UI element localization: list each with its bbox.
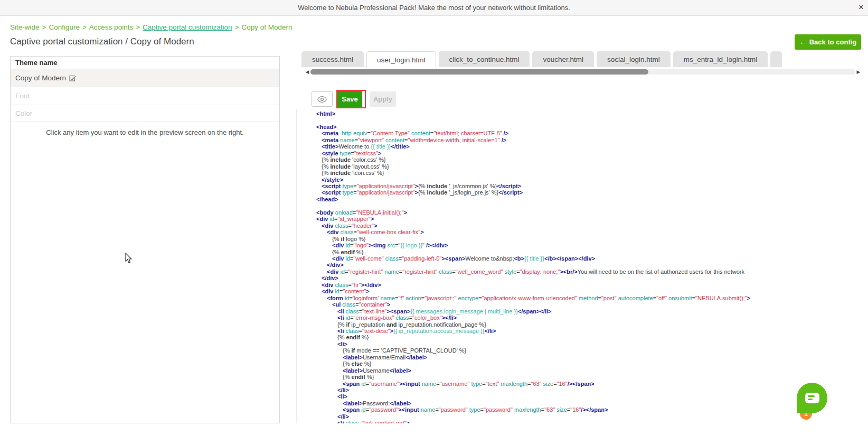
code-line: <div id="id_wrapper">	[316, 216, 864, 222]
code-line: {% endif %}	[316, 249, 864, 255]
code-line: {% include 'layout.css' %}	[316, 163, 864, 170]
code-line: <script type="application/javascript">{%…	[316, 183, 864, 189]
breadcrumb-separator: >	[232, 23, 242, 31]
editor-tabs: success.htmluser_login.htmlclick_to_cont…	[301, 51, 864, 68]
scroll-left-icon[interactable]: ◀	[304, 69, 310, 75]
breadcrumb-item-configure[interactable]: Configure	[49, 23, 80, 31]
theme-hint-text: Click any item you want to edit in the p…	[11, 122, 279, 136]
tab-success-html[interactable]: success.html	[301, 51, 364, 67]
breadcrumb-item-copy-of-modern: Copy of Modern	[242, 23, 293, 31]
theme-row-copy-of-modern[interactable]: Copy of Modern	[11, 69, 279, 87]
code-line: <form id='loginform' name="f" action="ja…	[316, 295, 864, 301]
page-title: Captive portal customization / Copy of M…	[10, 36, 194, 47]
code-line: <div id="logo"><img src="{{ logo }}" /><…	[316, 242, 864, 248]
code-line: </style>	[316, 177, 864, 183]
code-line: <div id="register-hint" name="register-h…	[316, 269, 864, 275]
chat-bubble-icon	[805, 393, 819, 403]
code-line: <li>	[316, 393, 864, 400]
code-line: <span id="username"><input name="usernam…	[316, 381, 864, 387]
code-line: <li class="text-desc">{{ ip_reputation.a…	[316, 328, 864, 334]
theme-table-header: Theme name	[11, 57, 279, 69]
banner-close-icon[interactable]: ×	[858, 2, 864, 13]
code-line: {% endif %}	[316, 334, 864, 340]
code-line: </li>	[316, 387, 864, 393]
code-line: <li id="error-msg-box" class="color_box"…	[316, 314, 864, 321]
save-button[interactable]: Save	[337, 91, 362, 107]
promo-banner: Welcome to Nebula Professional Pack! Mak…	[0, 0, 868, 16]
code-line: <script type="application/javascript">{%…	[316, 189, 864, 196]
back-arrow-icon: ←	[799, 38, 806, 46]
code-line: </div>	[316, 262, 864, 268]
code-line: </li>	[316, 413, 864, 420]
code-line	[316, 202, 864, 209]
breadcrumb: Site-wide>Configure>Access points>Captiv…	[10, 23, 293, 31]
code-line: <meta name="viewport" content="width=dev…	[316, 137, 864, 143]
code-line: <body onload="NEBULA.initial();">	[316, 209, 864, 216]
code-line: <div id="content">	[316, 288, 864, 294]
preview-button[interactable]	[312, 91, 333, 107]
code-line: <div class="well-come-box clear-fix">	[316, 229, 864, 235]
promo-banner-text: Welcome to Nebula Professional Pack! Mak…	[298, 4, 570, 12]
code-line: <span id="password"><input name="passwor…	[316, 406, 864, 413]
breadcrumb-separator: >	[133, 23, 143, 31]
breadcrumb-separator: >	[40, 23, 49, 31]
tab-voucher-html[interactable]: voucher.html	[532, 51, 594, 67]
edit-theme-name-icon[interactable]	[69, 75, 76, 81]
tabs-scrollbar: ◀ ▶	[304, 69, 862, 75]
tab-ms_entra_id_login-html[interactable]: ms_entra_id_login.html	[673, 51, 768, 67]
code-line	[316, 117, 864, 123]
apply-button[interactable]: Apply	[370, 91, 396, 107]
back-to-config-button[interactable]: ← Back to config	[795, 34, 861, 50]
theme-row-font[interactable]: Font	[11, 87, 279, 105]
code-editor[interactable]: <html> <head><meta http-equiv="Content-T…	[296, 109, 864, 423]
code-line: <li>	[316, 341, 864, 347]
code-line: <meta http-equiv="Content-Type" content=…	[316, 130, 864, 136]
scrollbar-track[interactable]	[310, 69, 855, 75]
code-line: <div class="header">	[316, 223, 864, 229]
app-window: Welcome to Nebula Professional Pack! Mak…	[0, 0, 868, 444]
code-line: <html>	[316, 110, 864, 117]
code-line: <div class="hr"></div>	[316, 282, 864, 288]
mouse-cursor	[125, 253, 134, 264]
code-line: <ul class="container">	[316, 301, 864, 308]
theme-row-label: Copy of Modern	[15, 74, 66, 82]
breadcrumb-separator: >	[80, 23, 89, 31]
breadcrumb-item-captive-portal-customization[interactable]: Captive portal customization	[143, 23, 232, 31]
tab-social_login-html[interactable]: social_login.html	[597, 51, 671, 67]
eye-icon	[317, 96, 327, 103]
breadcrumb-item-access-points[interactable]: Access points	[89, 23, 133, 31]
code-line: <label>Username/Email</label>	[316, 354, 864, 360]
tab-click_to_continue-html[interactable]: click_to_continue.html	[439, 51, 530, 67]
theme-row-label: Font	[15, 92, 30, 100]
code-line: </head>	[316, 196, 864, 202]
code-line: <title>Welcome to {{ title }}</title>	[316, 143, 864, 150]
chat-button[interactable]	[797, 383, 827, 413]
scrollbar-thumb[interactable]	[310, 69, 648, 75]
code-line: {% include 'icon.css' %}	[316, 170, 864, 176]
code-line: </div>	[316, 275, 864, 281]
code-line: {% endif %}	[316, 374, 864, 380]
code-line: <div id="well-come" class="padding-left-…	[316, 255, 864, 262]
code-line: {% if logo %}	[316, 236, 864, 242]
theme-row-label: Color	[15, 109, 32, 117]
back-button-label: Back to config	[809, 38, 857, 46]
code-line: <label>Password:</label>	[316, 400, 864, 406]
scroll-right-icon[interactable]: ▶	[855, 69, 862, 75]
code-line: <head>	[316, 124, 864, 130]
theme-table: Theme name Copy of ModernFontColor Click…	[10, 56, 280, 423]
code-line: <style type="text/css">	[316, 150, 864, 156]
save-button-highlight: Save	[336, 90, 366, 108]
code-line: <li class="text-line"><span>{{ messages.…	[316, 308, 864, 314]
code-line: {% include 'color.css' %}	[316, 156, 864, 163]
breadcrumb-item-site-wide[interactable]: Site-wide	[10, 23, 40, 31]
tab-user_login-html[interactable]: user_login.html	[366, 51, 436, 68]
code-line: <label>Username</label>	[316, 367, 864, 374]
code-line: <li class="link-content-md">	[316, 420, 864, 423]
code-line: {% else %}	[316, 360, 864, 367]
tab-clipped[interactable]	[770, 51, 782, 67]
code-line: {% if mode == 'CAPTIVE_PORTAL_CLOUD' %}	[316, 347, 864, 354]
theme-row-color[interactable]: Color	[11, 105, 279, 122]
code-line: {% if ip_reputation and ip_reputation.no…	[316, 321, 864, 328]
